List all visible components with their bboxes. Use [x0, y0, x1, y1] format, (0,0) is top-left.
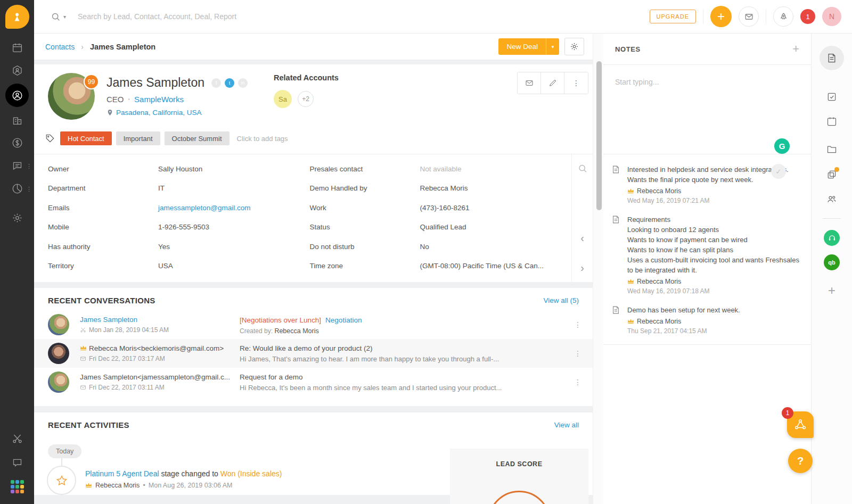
- contact-more-button[interactable]: ⋮: [564, 72, 588, 94]
- search-input[interactable]: [78, 12, 301, 21]
- conversation-more-button[interactable]: ⋮: [563, 378, 593, 386]
- main-scrollbar-track[interactable]: [593, 34, 603, 504]
- sidebar-item-reports[interactable]: ⋮: [0, 177, 34, 200]
- note-icon: [611, 164, 620, 204]
- conversations-overflow-icon[interactable]: ⋮: [26, 162, 32, 169]
- files-tab[interactable]: [820, 137, 844, 161]
- add-tags-input[interactable]: Click to add tags: [237, 135, 288, 143]
- add-integration-button[interactable]: +: [828, 283, 835, 298]
- crown-icon: [85, 483, 92, 488]
- crown-icon: [627, 188, 634, 194]
- details-side-rail: ‹ ›: [571, 154, 593, 282]
- send-email-button[interactable]: [518, 72, 541, 94]
- separator-dot: •: [128, 96, 130, 102]
- activities-view-all-link[interactable]: View all: [554, 421, 579, 429]
- conversation-avatar: [48, 371, 69, 393]
- contact-location-link[interactable]: Pasadena, California, USA: [106, 109, 248, 117]
- breadcrumb-contacts-link[interactable]: Contacts: [45, 43, 75, 51]
- detail-row: OwnerSally Houston: [48, 159, 310, 179]
- notes-title: NOTES: [615, 45, 641, 53]
- details-search-icon[interactable]: [578, 164, 587, 175]
- sidebar-item-deals[interactable]: [0, 131, 34, 154]
- conversation-row[interactable]: Rebecca Moris<beckiemoris@gmail.com> Fri…: [34, 339, 593, 368]
- conversation-more-button[interactable]: ⋮: [563, 349, 593, 358]
- page-settings-button[interactable]: [564, 38, 584, 55]
- tasks-tab[interactable]: [820, 85, 844, 109]
- upgrade-button[interactable]: UPGRADE: [650, 10, 696, 23]
- sidebar-item-phone[interactable]: [0, 427, 34, 451]
- conversation-more-button[interactable]: ⋮: [563, 320, 593, 329]
- freddy-ai-button[interactable]: 1: [787, 411, 814, 438]
- recent-activities-card: RECENT ACTIVITIES View all Today Plati: [34, 412, 593, 495]
- grammarly-check-icon[interactable]: ✓: [771, 164, 786, 179]
- email-button[interactable]: [739, 6, 759, 27]
- calendar-icon: [826, 116, 837, 127]
- notes-tab[interactable]: [820, 46, 844, 70]
- linkedin-icon[interactable]: in: [238, 78, 248, 88]
- sidebar-item-settings[interactable]: [0, 206, 34, 229]
- main-scroll-area[interactable]: 99 James Sampleton f t in CEO: [34, 60, 593, 504]
- add-note-button[interactable]: +: [792, 42, 799, 56]
- detail-row: Work(473)-160-8261: [310, 198, 572, 218]
- onboarding-button[interactable]: [773, 6, 793, 27]
- quick-add-button[interactable]: +: [710, 6, 732, 27]
- tag-hot-contact[interactable]: Hot Contact: [60, 131, 112, 145]
- search-scope-caret-icon[interactable]: ▾: [63, 14, 66, 20]
- conversation-contact-link[interactable]: James Sampleton: [80, 316, 240, 324]
- notification-badge[interactable]: 1: [800, 9, 815, 24]
- products-tab[interactable]: [820, 162, 844, 187]
- related-accounts-label: Related Accounts: [274, 73, 339, 82]
- email-subject[interactable]: Request for a demo: [240, 373, 558, 381]
- sidebar-item-apps-switcher[interactable]: [0, 475, 34, 499]
- conversation-row[interactable]: James Sampleton Mon Jan 28, 2019 04:15 A…: [34, 310, 593, 339]
- participants-tab[interactable]: [820, 187, 844, 211]
- previous-contact-button[interactable]: ‹: [580, 232, 584, 244]
- note-editor[interactable]: Start typing... G ✓: [603, 65, 811, 154]
- user-avatar[interactable]: N: [822, 7, 841, 26]
- note-item[interactable]: Interested in helpdesk and service desk …: [603, 154, 811, 204]
- edit-contact-button[interactable]: [541, 72, 564, 94]
- search-icon[interactable]: [51, 12, 60, 21]
- contact-company-link[interactable]: SampleWorks: [134, 95, 184, 104]
- detail-row: StatusQualified Lead: [310, 218, 572, 237]
- conversations-view-all-link[interactable]: View all (5): [543, 296, 579, 304]
- tag-october-summit[interactable]: October Summit: [165, 131, 230, 145]
- related-account-avatar[interactable]: Sa: [274, 90, 292, 108]
- main-column: Contacts › James Sampleton New Deal ▾: [34, 34, 593, 504]
- conversation-row[interactable]: James Sampleton<jamessampleton@gmail.c..…: [34, 368, 593, 396]
- quickbooks-icon[interactable]: qb: [824, 254, 840, 270]
- freshworks-logo-icon[interactable]: [5, 5, 29, 29]
- related-accounts-more-button[interactable]: +2: [298, 91, 314, 107]
- help-button[interactable]: ?: [788, 449, 813, 473]
- sidebar-item-chat[interactable]: [0, 451, 34, 475]
- twitter-icon[interactable]: t: [225, 78, 234, 88]
- appointment-outcome-link[interactable]: Negotiation: [325, 316, 362, 324]
- sidebar-item-leads[interactable]: [0, 59, 34, 82]
- main-scrollbar-thumb[interactable]: [596, 61, 602, 210]
- sidebar-item-contacts[interactable]: [0, 82, 34, 109]
- appointment-icon: [80, 327, 86, 333]
- grammarly-icon[interactable]: G: [774, 138, 790, 154]
- note-item[interactable]: Demo has been setup for next week. Rebec…: [603, 295, 811, 335]
- deal-stage-link[interactable]: Won (Inside sales): [220, 469, 282, 478]
- new-deal-button[interactable]: New Deal ▾: [498, 38, 559, 55]
- sidebar-item-calendar[interactable]: [0, 36, 34, 59]
- left-sidebar: ⋮ ⋮: [0, 0, 34, 504]
- reports-overflow-icon[interactable]: ⋮: [26, 185, 32, 192]
- lead-score-title: LEAD SCORE: [450, 460, 588, 468]
- deal-link[interactable]: Platinum 5 Agent Deal: [85, 469, 159, 478]
- recent-conversations-card: RECENT CONVERSATIONS View all (5) James …: [34, 288, 593, 406]
- sidebar-item-conversations[interactable]: ⋮: [0, 154, 34, 177]
- email-subject[interactable]: Re: Would like a demo of your product (2…: [240, 344, 558, 352]
- appointments-tab[interactable]: [820, 109, 844, 134]
- next-contact-button[interactable]: ›: [580, 262, 584, 274]
- sidebar-item-accounts[interactable]: [0, 109, 34, 131]
- note-item[interactable]: Requirements Looking to onboard 12 agent…: [603, 204, 811, 295]
- tag-important[interactable]: Important: [116, 131, 160, 145]
- email-link[interactable]: jamessampleton@gmail.com: [158, 204, 251, 212]
- freshdesk-icon[interactable]: [824, 230, 840, 246]
- new-deal-caret-icon[interactable]: ▾: [546, 38, 559, 55]
- note-date: Wed May 16, 2019 07:18 AM: [627, 287, 800, 295]
- email-icon: [80, 384, 86, 391]
- facebook-icon[interactable]: f: [211, 78, 221, 88]
